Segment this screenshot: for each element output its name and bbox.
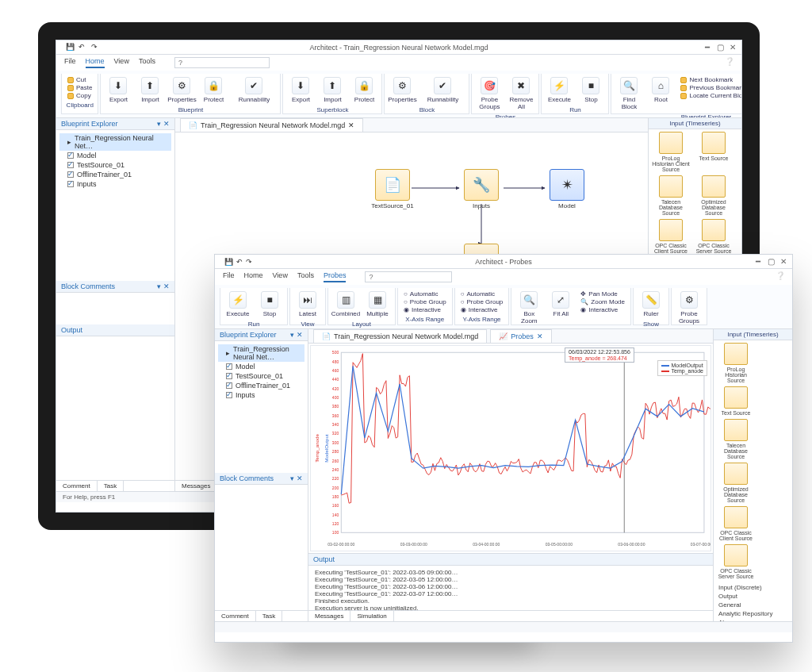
- save-icon[interactable]: 💾: [224, 258, 233, 266]
- palette-category[interactable]: General: [718, 601, 787, 609]
- box-zoom-button[interactable]: 🔍Box Zoom: [515, 290, 543, 326]
- pan-mode[interactable]: ✥ Pan Mode: [580, 290, 625, 298]
- palette-category[interactable]: Output: [718, 592, 787, 601]
- menu-tools[interactable]: Tools: [139, 57, 155, 68]
- tree-item[interactable]: OfflineTrainer_01: [218, 381, 304, 390]
- protect-button[interactable]: 🔒Protect: [199, 75, 228, 105]
- help-icon[interactable]: ❔: [776, 271, 784, 279]
- palette-item[interactable]: Text Source: [716, 386, 756, 416]
- menu-file[interactable]: File: [223, 271, 235, 282]
- redo-icon[interactable]: ↷: [91, 43, 101, 52]
- palette-category[interactable]: Input (Discrete): [718, 583, 787, 592]
- menu-view[interactable]: View: [273, 271, 288, 282]
- palette-item[interactable]: Talecen Database Source: [716, 419, 756, 459]
- ruler-button[interactable]: 📏Ruler: [637, 290, 665, 319]
- help-search[interactable]: [174, 57, 270, 68]
- close-tab-icon[interactable]: ✕: [348, 121, 354, 129]
- close-tab-icon[interactable]: ✕: [537, 332, 543, 340]
- tree-item[interactable]: Model: [218, 362, 304, 371]
- help-search[interactable]: [365, 271, 452, 282]
- fit-all-button[interactable]: ⤢Fit All: [546, 290, 575, 319]
- export-button[interactable]: ⬇Export: [104, 75, 132, 105]
- palette-item[interactable]: Optimized Database Source: [716, 463, 756, 503]
- blk-runnability-button[interactable]: ✔Runnability: [419, 75, 465, 105]
- tab-comment[interactable]: Comment: [56, 481, 98, 491]
- tab-comment[interactable]: Comment: [215, 611, 256, 621]
- zoom-mode[interactable]: 🔍 Zoom Mode: [580, 298, 625, 305]
- close-icon[interactable]: ✕: [779, 258, 787, 266]
- document-tab[interactable]: 📄 Train_Regression Neural Network Model.…: [180, 118, 363, 132]
- sb-import-button[interactable]: ⬆Import: [318, 75, 347, 105]
- stop-button[interactable]: ■Stop: [576, 75, 605, 105]
- stop-button[interactable]: ■Stop: [255, 290, 284, 319]
- tree-item[interactable]: Inputs: [218, 390, 304, 400]
- execute-button[interactable]: ⚡Execute: [224, 290, 252, 319]
- palette-item[interactable]: Talecen Database Source: [651, 175, 691, 216]
- document-tab[interactable]: 📄 Train_Regression Neural Network Model.…: [313, 329, 487, 343]
- x-probegroup[interactable]: ○ Probe Group: [404, 298, 446, 305]
- find-block-button[interactable]: 🔍Find Block: [615, 75, 643, 112]
- undo-icon[interactable]: ↶: [236, 258, 243, 266]
- help-icon[interactable]: ❔: [726, 57, 733, 65]
- tab-messages[interactable]: Messages: [308, 611, 350, 621]
- node-model[interactable]: ✴ Model: [545, 169, 589, 209]
- maximize-icon[interactable]: ▢: [716, 44, 724, 52]
- x-interactive[interactable]: ◉ Interactive: [404, 306, 446, 313]
- sb-protect-button[interactable]: 🔒Protect: [350, 75, 378, 105]
- block-comments-body[interactable]: [56, 293, 174, 324]
- latest-button[interactable]: ⏭Latest: [293, 290, 322, 319]
- tree-root[interactable]: ▸ Train_Regression Neural Net…: [218, 344, 304, 362]
- prev-bookmark[interactable]: Previous Bookmark: [680, 84, 741, 91]
- combined-button[interactable]: ▥Combined: [331, 290, 360, 319]
- block-comments-body[interactable]: [215, 485, 308, 610]
- tab-task[interactable]: Task: [98, 481, 124, 491]
- palette-item[interactable]: ProLog Historian Source: [716, 343, 756, 383]
- cut-button[interactable]: Cut: [67, 76, 92, 83]
- probe-groups-button[interactable]: 🎯Probe Groups: [475, 75, 504, 112]
- menu-home[interactable]: Home: [86, 57, 105, 68]
- paste-button[interactable]: Paste: [67, 84, 92, 91]
- menu-probes[interactable]: Probes: [324, 271, 347, 282]
- blueprint-tree[interactable]: ▸ Train_Regression Neural Net… Model Tes…: [56, 130, 174, 281]
- multiple-button[interactable]: ▦Multiple: [363, 290, 392, 319]
- palette-item[interactable]: Text Source: [694, 132, 733, 172]
- palette-item[interactable]: Optimized Database Source: [694, 175, 733, 216]
- probe-groups-button[interactable]: ⚙Probe Groups: [675, 290, 703, 326]
- tree-item[interactable]: TestSource_01: [59, 160, 171, 170]
- palette-item[interactable]: OPC Classic Server Source: [716, 544, 756, 579]
- execute-button[interactable]: ⚡Execute: [545, 75, 573, 105]
- blk-properties-button[interactable]: ⚙Properties: [388, 75, 416, 105]
- tree-item[interactable]: Model: [59, 151, 171, 160]
- node-inputs[interactable]: 🔧Inputs: [459, 169, 504, 209]
- sb-export-button[interactable]: ⬇Export: [286, 75, 315, 105]
- palette-item[interactable]: ProLog Historian Client Source: [651, 132, 691, 172]
- tree-item[interactable]: OfflineTrainer_01: [59, 170, 171, 179]
- front-blueprint-tree[interactable]: ▸ Train_Regression Neural Net… Model Tes…: [215, 341, 308, 473]
- probe-chart[interactable]: 5004804604404204003803603403203002802602…: [310, 345, 711, 551]
- menu-view[interactable]: View: [114, 57, 129, 68]
- menu-tools[interactable]: Tools: [297, 271, 314, 282]
- copy-button[interactable]: Copy: [67, 92, 92, 99]
- y-automatic[interactable]: ○ Automatic: [461, 290, 504, 298]
- palette-item[interactable]: OPC Classic Client Source: [716, 506, 756, 541]
- probes-tab[interactable]: 📈 Probes ✕: [490, 329, 552, 343]
- palette-item[interactable]: OPC Classic Client Source: [651, 219, 691, 254]
- x-automatic[interactable]: ○ Automatic: [404, 290, 446, 298]
- menu-home[interactable]: Home: [244, 271, 263, 282]
- tree-item[interactable]: Inputs: [59, 179, 171, 189]
- properties-button[interactable]: ⚙Properties: [167, 75, 196, 105]
- runnability-button[interactable]: ✔Runnability: [231, 75, 277, 105]
- locate-current[interactable]: Locate Current Block: [680, 92, 741, 99]
- next-bookmark[interactable]: Next Bookmark: [680, 76, 741, 83]
- y-interactive[interactable]: ◉ Interactive: [461, 306, 504, 313]
- menu-file[interactable]: File: [64, 57, 76, 68]
- save-icon[interactable]: 💾: [66, 43, 75, 52]
- tree-item[interactable]: TestSource_01: [218, 371, 304, 381]
- tab-messages[interactable]: Messages: [175, 481, 217, 491]
- tab-task[interactable]: Task: [256, 611, 282, 621]
- import-button[interactable]: ⬆Import: [136, 75, 164, 105]
- palette-category[interactable]: Alarm: [718, 618, 787, 621]
- maximize-icon[interactable]: ▢: [767, 258, 775, 266]
- remove-all-button[interactable]: ✖Remove All: [507, 75, 535, 112]
- palette-item[interactable]: OPC Classic Server Source: [694, 219, 733, 254]
